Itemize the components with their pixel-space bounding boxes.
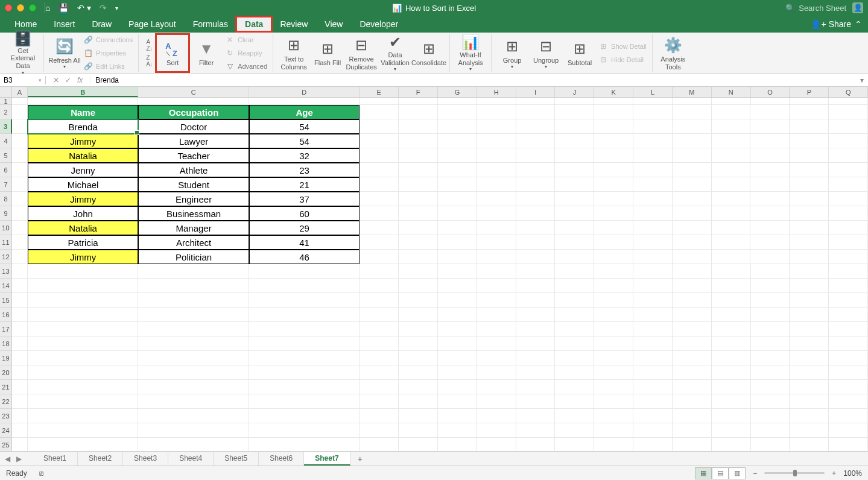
cell-A16[interactable] bbox=[12, 308, 28, 322]
cell-P4[interactable] bbox=[790, 134, 829, 148]
cell-E18[interactable] bbox=[360, 336, 399, 351]
row-header-4[interactable]: 4 bbox=[0, 134, 12, 148]
sheet-next-icon[interactable]: ▶ bbox=[16, 455, 22, 463]
cell-P25[interactable] bbox=[790, 438, 829, 451]
cell-L21[interactable] bbox=[633, 380, 673, 394]
cell-J24[interactable] bbox=[555, 423, 594, 438]
cell-M14[interactable] bbox=[673, 279, 712, 293]
col-header-K[interactable]: K bbox=[594, 87, 633, 97]
cell-K23[interactable] bbox=[594, 409, 633, 423]
cell-J3[interactable] bbox=[555, 119, 594, 134]
cell-K21[interactable] bbox=[594, 380, 633, 394]
cell-C1[interactable] bbox=[138, 98, 249, 105]
cell-J10[interactable] bbox=[555, 221, 594, 235]
cell-J23[interactable] bbox=[555, 409, 594, 423]
cell-G3[interactable] bbox=[438, 119, 477, 134]
cell-J13[interactable] bbox=[555, 264, 594, 279]
cell-H13[interactable] bbox=[477, 264, 516, 279]
cell-K10[interactable] bbox=[594, 221, 633, 235]
cell-B7[interactable]: Michael bbox=[28, 177, 138, 192]
cell-C7[interactable]: Student bbox=[138, 177, 249, 192]
sheet-tab-sheet3[interactable]: Sheet3 bbox=[123, 452, 168, 466]
cell-D3[interactable]: 54 bbox=[249, 119, 360, 134]
cell-A20[interactable] bbox=[12, 365, 28, 380]
cell-N4[interactable] bbox=[712, 134, 751, 148]
cell-B2[interactable]: Name bbox=[28, 105, 138, 119]
cell-A13[interactable] bbox=[12, 264, 28, 279]
cell-F25[interactable] bbox=[399, 438, 438, 451]
cell-E9[interactable] bbox=[360, 206, 399, 221]
cell-E17[interactable] bbox=[360, 322, 399, 336]
cell-B25[interactable] bbox=[28, 438, 138, 451]
cell-P14[interactable] bbox=[790, 279, 829, 293]
cell-L11[interactable] bbox=[633, 235, 673, 250]
cell-H12[interactable] bbox=[477, 250, 516, 264]
cell-H19[interactable] bbox=[477, 351, 516, 365]
cell-Q25[interactable] bbox=[829, 438, 868, 451]
cell-O22[interactable] bbox=[751, 394, 790, 409]
cell-H21[interactable] bbox=[477, 380, 516, 394]
cell-I15[interactable] bbox=[516, 293, 556, 308]
cell-L7[interactable] bbox=[633, 177, 673, 192]
cell-F11[interactable] bbox=[399, 235, 438, 250]
cell-F19[interactable] bbox=[399, 351, 438, 365]
cell-D22[interactable] bbox=[249, 394, 360, 409]
cell-P24[interactable] bbox=[790, 423, 829, 438]
col-header-N[interactable]: N bbox=[712, 87, 751, 97]
cell-P9[interactable] bbox=[790, 206, 829, 221]
cell-E2[interactable] bbox=[360, 105, 399, 119]
cell-O18[interactable] bbox=[751, 336, 790, 351]
reapply-button[interactable]: ↻Reapply bbox=[223, 48, 269, 58]
cell-F1[interactable] bbox=[399, 98, 438, 105]
cell-E10[interactable] bbox=[360, 221, 399, 235]
cell-I10[interactable] bbox=[516, 221, 556, 235]
cell-J25[interactable] bbox=[555, 438, 594, 451]
cell-C21[interactable] bbox=[138, 380, 249, 394]
cell-J22[interactable] bbox=[555, 394, 594, 409]
cell-J20[interactable] bbox=[555, 365, 594, 380]
cell-D6[interactable]: 23 bbox=[249, 163, 360, 177]
hide-detail-button[interactable]: ⊟Hide Detail bbox=[597, 54, 648, 65]
row-header-1[interactable]: 1 bbox=[0, 98, 12, 105]
row-header-3[interactable]: 3 bbox=[0, 119, 12, 134]
cell-E6[interactable] bbox=[360, 163, 399, 177]
cell-M2[interactable] bbox=[673, 105, 712, 119]
cell-Q19[interactable] bbox=[829, 351, 868, 365]
cell-O5[interactable] bbox=[750, 148, 790, 163]
row-header-8[interactable]: 8 bbox=[0, 192, 12, 206]
zoom-slider[interactable] bbox=[764, 472, 825, 474]
cell-O13[interactable] bbox=[751, 264, 790, 279]
cell-I5[interactable] bbox=[516, 148, 556, 163]
cell-D9[interactable]: 60 bbox=[249, 206, 360, 221]
cell-N14[interactable] bbox=[712, 279, 751, 293]
cell-O21[interactable] bbox=[751, 380, 790, 394]
cell-F22[interactable] bbox=[399, 394, 438, 409]
tab-data[interactable]: Data bbox=[236, 17, 271, 31]
cell-H5[interactable] bbox=[477, 148, 516, 163]
cell-A12[interactable] bbox=[12, 250, 28, 264]
cell-E14[interactable] bbox=[360, 279, 399, 293]
cell-E3[interactable] bbox=[360, 119, 399, 134]
tab-home[interactable]: Home bbox=[6, 17, 45, 31]
col-header-B[interactable]: B bbox=[28, 87, 138, 97]
cell-D10[interactable]: 29 bbox=[249, 221, 360, 235]
cell-O10[interactable] bbox=[750, 221, 790, 235]
cell-G25[interactable] bbox=[438, 438, 477, 451]
cell-F23[interactable] bbox=[399, 409, 438, 423]
cell-G19[interactable] bbox=[438, 351, 477, 365]
cell-H7[interactable] bbox=[477, 177, 516, 192]
cell-P18[interactable] bbox=[790, 336, 829, 351]
cell-O25[interactable] bbox=[751, 438, 790, 451]
cell-L20[interactable] bbox=[633, 365, 673, 380]
cell-H23[interactable] bbox=[477, 409, 516, 423]
cell-J21[interactable] bbox=[555, 380, 594, 394]
cell-O9[interactable] bbox=[750, 206, 790, 221]
cell-B14[interactable] bbox=[28, 279, 138, 293]
row-header-5[interactable]: 5 bbox=[0, 148, 12, 163]
cell-F24[interactable] bbox=[399, 423, 438, 438]
data-validation-button[interactable]: ✔Data Validation▾ bbox=[378, 34, 412, 72]
cell-N3[interactable] bbox=[712, 119, 751, 134]
name-box[interactable]: B3▾ bbox=[0, 76, 46, 84]
cell-L24[interactable] bbox=[633, 423, 673, 438]
cell-K3[interactable] bbox=[594, 119, 633, 134]
